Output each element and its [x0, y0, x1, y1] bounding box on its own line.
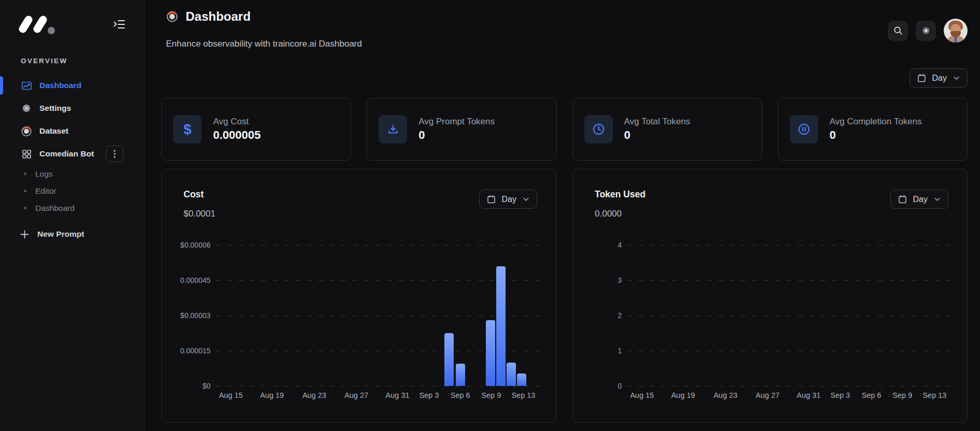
y-tick-label: 0.000045 [180, 276, 211, 284]
sidebar-subitem-label: Logs [35, 169, 53, 179]
stats-row: $ Avg Cost 0.000005 Avg Prompt Tokens 0 [161, 98, 968, 161]
y-tick-label: 3 [618, 276, 622, 284]
y-tick-label: 1 [618, 347, 622, 355]
comedian-bot-menu-button[interactable] [106, 146, 123, 162]
x-tick-label: Aug 31 [797, 391, 821, 399]
period-dropdown[interactable]: Day [890, 190, 948, 209]
x-tick-label: Sep 13 [922, 391, 946, 399]
y-axis: $00.000015$0.000030.000045$0.00006 [162, 245, 211, 386]
avatar-beard [950, 31, 961, 37]
chevron-down-icon [953, 74, 960, 82]
calendar-icon [917, 73, 927, 83]
period-label: Day [913, 195, 928, 204]
plot-area: Aug 15Aug 19Aug 23Aug 27Aug 31Sep 3Sep 6… [627, 245, 956, 386]
search-button[interactable] [888, 21, 908, 41]
search-icon [893, 25, 903, 36]
stat-value: 0.000005 [213, 128, 261, 142]
dollar-glyph: $ [184, 122, 192, 137]
gridline [627, 386, 956, 386]
sidebar-subitem-label: Editor [35, 186, 57, 196]
period-dropdown[interactable]: Day [479, 190, 537, 209]
gear-icon [21, 103, 32, 114]
chevron-down-icon [933, 195, 941, 203]
gridline [216, 386, 544, 386]
line-chart-icon [21, 80, 32, 91]
sidebar-subitem-logs[interactable]: Logs [0, 165, 144, 182]
app-logo [21, 13, 58, 35]
controls-row: Day [161, 68, 968, 88]
gridline [216, 315, 544, 316]
x-tick-label: Aug 19 [671, 391, 695, 399]
bar [456, 364, 465, 386]
dollar-icon: $ [173, 115, 202, 143]
bullet-icon [24, 207, 26, 209]
stat-value: 0 [624, 128, 691, 142]
page-subtitle: Enhance observability with traincore.ai … [161, 38, 968, 50]
grid-icon [21, 148, 32, 160]
sidebar: OVERVIEW Dashboard [0, 0, 145, 431]
token-used-chart-card: Token Used 0.0000 Day [572, 169, 968, 423]
x-tick-label: Aug 15 [630, 391, 654, 399]
y-tick-label: 4 [618, 241, 622, 249]
x-tick-label: Sep 9 [892, 391, 912, 399]
bullet-icon [24, 173, 26, 175]
gridline [627, 280, 956, 281]
stat-card-avg-completion-tokens: Avg Completion Tokens 0 [778, 98, 968, 161]
avatar-tie [955, 37, 957, 42]
settings-button[interactable] [916, 21, 936, 41]
y-tick-label: $0.00006 [180, 241, 211, 249]
x-tick-label: Sep 3 [831, 391, 850, 399]
sidebar-item-settings[interactable]: Settings [0, 97, 144, 120]
user-avatar[interactable] [944, 19, 968, 42]
sidebar-subitem-editor[interactable]: Editor [0, 182, 144, 199]
stat-value: 0 [830, 128, 922, 142]
sidebar-subitem-label: Dashboard [35, 204, 75, 213]
stat-label: Avg Cost [213, 116, 261, 127]
logo-pill [32, 15, 49, 34]
sidebar-item-label: Settings [39, 104, 71, 113]
stat-value: 0 [418, 128, 495, 142]
menu-fold-icon [113, 19, 125, 30]
download-icon [379, 115, 407, 143]
y-tick-label: 2 [618, 311, 622, 320]
stat-text: Avg Completion Tokens 0 [830, 116, 922, 142]
cost-chart-card: Cost $0.0001 Day [161, 169, 556, 423]
donut-orange-icon [21, 125, 32, 137]
chart-total-value: 0.0000 [595, 209, 622, 219]
period-dropdown[interactable]: Day [909, 68, 968, 88]
sidebar-item-comedian-bot[interactable]: Comedian Bot [0, 142, 144, 165]
gridline [216, 245, 544, 246]
sidebar-header [0, 0, 144, 35]
x-tick-label: Aug 31 [386, 391, 410, 399]
sidebar-section-label: OVERVIEW [21, 57, 144, 65]
chart-title: Cost [184, 189, 204, 200]
gear-icon [921, 25, 931, 36]
stat-text: Avg Prompt Tokens 0 [418, 116, 495, 142]
app-root: OVERVIEW Dashboard [0, 0, 980, 431]
sidebar-item-dashboard[interactable]: Dashboard [0, 74, 144, 97]
bar [496, 266, 506, 386]
sidebar-collapse-button[interactable] [112, 18, 127, 31]
stat-label: Avg Total Tokens [624, 116, 691, 127]
bar [517, 373, 526, 386]
bar [507, 363, 516, 386]
x-tick-label: Aug 19 [260, 391, 284, 399]
chart-title: Token Used [595, 189, 646, 200]
bar [444, 333, 454, 386]
new-prompt-button[interactable]: New Prompt [0, 224, 144, 245]
logo-dot [48, 27, 55, 34]
x-tick-label: Aug 23 [302, 391, 326, 399]
gridline [627, 351, 956, 351]
charts-row: Cost $0.0001 Day [161, 169, 968, 423]
x-tick-label: Aug 15 [219, 391, 243, 399]
sidebar-item-label: Dataset [39, 126, 68, 136]
y-tick-label: $0.00003 [180, 311, 211, 320]
page-header: Dashboard [161, 8, 968, 25]
sidebar-subitem-dashboard[interactable]: Dashboard [0, 199, 144, 217]
calendar-icon [486, 194, 496, 204]
x-tick-label: Sep 13 [511, 391, 535, 399]
y-tick-label: 0.000015 [180, 347, 211, 355]
x-tick-label: Sep 6 [451, 391, 470, 399]
sidebar-item-dataset[interactable]: Dataset [0, 120, 144, 142]
x-tick-label: Aug 27 [755, 391, 779, 399]
